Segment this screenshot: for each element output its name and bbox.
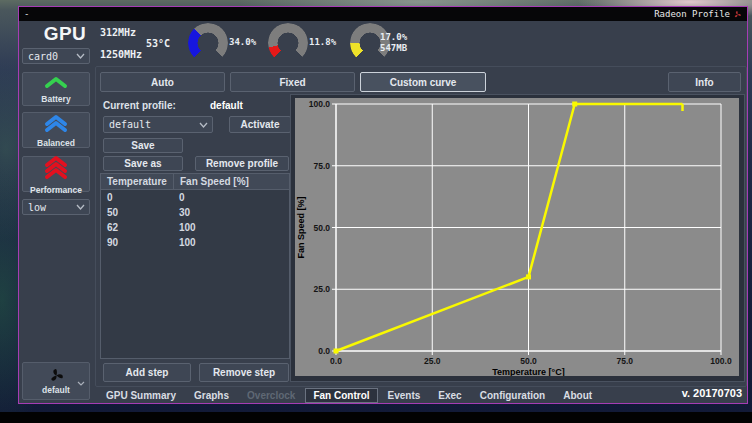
remove-profile-button[interactable]: Remove profile	[195, 156, 289, 171]
svg-text:100.0: 100.0	[309, 99, 331, 109]
chevron-down-icon	[76, 204, 85, 210]
fan-curve-panel: 0.025.050.075.0100.00.025.050.075.0100.0…	[290, 94, 745, 382]
svg-text:50.0: 50.0	[313, 223, 330, 233]
svg-text:0.0: 0.0	[318, 346, 330, 356]
gpu-activity-gauge	[188, 23, 228, 63]
minimize-button[interactable]: -	[24, 9, 29, 19]
custom-curve-mode-button[interactable]: Custom curve	[360, 72, 486, 92]
chevron-down-icon	[199, 122, 208, 128]
tab-gpu-summary[interactable]: GPU Summary	[98, 388, 184, 403]
column-header-temperature[interactable]: Temperature	[101, 174, 173, 189]
window-title: Radeon Profile	[654, 9, 730, 19]
memory-clock: 1250MHz	[100, 49, 142, 60]
chevron-down-icon	[77, 381, 85, 386]
tab-overclock: Overclock	[239, 388, 303, 403]
tab-bar: GPU SummaryGraphsOverclockFan ControlEve…	[98, 387, 600, 403]
fan-curve-chart: 0.025.050.075.0100.00.025.050.075.0100.0…	[295, 98, 739, 376]
taskbar	[0, 412, 752, 423]
activate-button[interactable]: Activate	[229, 116, 291, 133]
core-clock: 312MHz	[100, 27, 136, 38]
chevron-up-single-icon	[43, 75, 69, 93]
current-profile-value: default	[210, 100, 243, 111]
fan-speed-value: 11.8%	[309, 37, 336, 48]
sidebar-item-battery[interactable]: Battery	[22, 72, 90, 106]
fan-profile-button[interactable]: default	[22, 362, 90, 400]
tab-configuration[interactable]: Configuration	[472, 388, 554, 403]
memory-usage-value: 17.0% 547MB	[380, 32, 407, 54]
version-label: v. 20170703	[682, 387, 742, 399]
chevron-up-double-icon	[43, 113, 69, 137]
svg-text:Fan Speed [%]: Fan Speed [%]	[296, 196, 306, 258]
table-header: Temperature Fan Speed [%]	[101, 174, 289, 190]
svg-text:50.0: 50.0	[520, 356, 537, 366]
tab-about[interactable]: About	[555, 388, 600, 403]
tab-graphs[interactable]: Graphs	[186, 388, 237, 403]
remove-step-button[interactable]: Remove step	[199, 363, 289, 382]
add-step-button[interactable]: Add step	[103, 363, 191, 382]
fan-icon	[48, 367, 65, 384]
radeon-profile-window: - Radeon Profile GPU card0 312MHz 53°C 1…	[18, 6, 748, 404]
save-as-button[interactable]: Save as	[103, 156, 183, 171]
current-profile-label: Current profile:	[103, 100, 176, 111]
sidebar-item-performance[interactable]: Performance	[22, 156, 90, 192]
titlebar: - Radeon Profile	[19, 7, 747, 21]
power-level-select[interactable]: low	[22, 199, 90, 215]
svg-text:75.0: 75.0	[616, 356, 633, 366]
table-row[interactable]: 00	[101, 190, 289, 205]
svg-text:100.0: 100.0	[710, 356, 732, 366]
column-header-fan-speed[interactable]: Fan Speed [%]	[173, 174, 289, 189]
table-row[interactable]: 62100	[101, 220, 289, 235]
fixed-mode-button[interactable]: Fixed	[230, 72, 355, 92]
auto-mode-button[interactable]: Auto	[100, 72, 225, 92]
app-icon	[733, 10, 742, 19]
profile-select[interactable]: default	[103, 116, 213, 133]
card-select[interactable]: card0	[22, 48, 90, 64]
table-row[interactable]: 90100	[101, 235, 289, 250]
info-button[interactable]: Info	[668, 72, 741, 92]
fan-speed-gauge	[268, 23, 308, 63]
chevron-up-triple-icon	[43, 154, 69, 184]
gpu-heading: GPU	[34, 23, 96, 45]
gpu-activity-value: 34.0%	[229, 37, 256, 48]
svg-text:25.0: 25.0	[424, 356, 441, 366]
save-button[interactable]: Save	[103, 138, 183, 153]
fan-steps-table: Temperature Fan Speed [%] 00503062100901…	[100, 173, 290, 359]
sidebar-item-balanced[interactable]: Balanced	[22, 112, 90, 148]
tab-events[interactable]: Events	[380, 388, 429, 403]
chevron-down-icon	[76, 53, 85, 59]
svg-text:75.0: 75.0	[313, 161, 330, 171]
gpu-temperature: 53°C	[146, 38, 170, 49]
tab-fan-control[interactable]: Fan Control	[305, 388, 377, 403]
svg-text:25.0: 25.0	[313, 284, 330, 294]
table-row[interactable]: 5030	[101, 205, 289, 220]
svg-text:Temperature [°C]: Temperature [°C]	[492, 367, 564, 376]
svg-text:0.0: 0.0	[330, 356, 342, 366]
tab-exec[interactable]: Exec	[430, 388, 469, 403]
